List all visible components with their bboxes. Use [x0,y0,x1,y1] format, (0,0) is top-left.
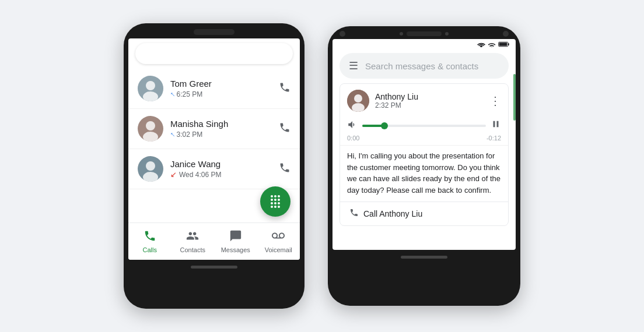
nav-messages[interactable]: Messages [214,223,257,260]
audio-time-row: 0:00 -0:12 [340,135,508,145]
outgoing-arrow-tom: ↑ [168,90,177,98]
dialpad-fab[interactable] [260,186,290,217]
call-time-tom: ↑ 6:25 PM [170,90,272,98]
right-phone-screen: ☰ Search messages & contacts Antho [332,39,516,250]
nav-voicemail[interactable]: Voicemail [257,223,300,260]
call-info-janice: Janice Wang ↙ Wed 4:06 PM [170,159,272,179]
sensor-right [445,32,449,36]
avatar-janice [138,156,163,182]
camera-right [503,31,509,37]
wifi-icon [477,41,485,47]
voicemail-nav-icon [272,229,285,245]
volume-icon[interactable] [347,119,358,132]
speaker-right-phone [407,31,442,36]
home-bar-left [191,266,237,269]
left-phone: Tom Greer ↑ 6:25 PM [124,23,304,309]
right-phone-top [328,26,520,39]
right-status-bar [332,39,516,48]
camera-front [340,31,345,37]
audio-progress-bar[interactable] [362,125,486,127]
missed-arrow-janice: ↙ [170,170,177,179]
battery-icon [498,41,510,47]
voicemail-nav-label: Voicemail [265,246,292,253]
right-phone: ☰ Search messages & contacts Antho [328,26,520,306]
voicemail-header: Anthony Liu 2:32 PM ⋮ [340,84,508,115]
svg-point-7 [146,161,155,171]
search-bar-container: ☰ Search messages & contacts [332,48,516,83]
avatar-manisha-img [138,116,163,142]
svg-rect-11 [499,43,508,46]
signal-icon [488,41,496,47]
call-time-manisha: ↑ 3:02 PM [170,130,272,139]
nav-calls[interactable]: Calls [128,223,172,260]
right-phone-bottom [328,250,520,267]
call-phone-icon-janice[interactable] [279,162,290,176]
calls-list: Tom Greer ↑ 6:25 PM [128,69,300,189]
messages-nav-icon [229,229,242,245]
avatar-manisha [138,116,163,142]
call-name-tom: Tom Greer [170,79,272,89]
avatar-tom [138,76,163,101]
more-options-button[interactable]: ⋮ [489,94,501,108]
vm-avatar [347,90,369,112]
call-item-tom[interactable]: Tom Greer ↑ 6:25 PM [128,69,300,109]
pause-button[interactable] [491,119,501,132]
transcript-text: Hi, I'm calling you about the presentati… [340,145,508,202]
call-time-janice: ↙ Wed 4:06 PM [170,170,272,179]
callback-label: Call Anthony Liu [363,209,422,218]
hamburger-icon[interactable]: ☰ [349,59,358,72]
progress-dot [381,122,388,129]
scrollbar [513,74,516,121]
vm-name-time: Anthony Liu 2:32 PM [375,92,484,110]
audio-total-time: -0:12 [487,135,501,142]
call-info-tom: Tom Greer ↑ 6:25 PM [170,79,272,98]
call-info-manisha: Manisha Singh ↑ 3:02 PM [170,119,272,139]
call-phone-icon-tom[interactable] [279,82,290,96]
callback-button[interactable]: Call Anthony Liu [340,202,508,225]
avatar-tom-img [138,76,163,101]
call-item-manisha[interactable]: Manisha Singh ↑ 3:02 PM [128,109,300,149]
audio-current-time: 0:00 [347,135,359,142]
audio-player [340,115,508,135]
svg-point-13 [354,94,362,103]
messages-nav-label: Messages [221,246,250,253]
voicemail-card: Anthony Liu 2:32 PM ⋮ [340,83,509,226]
top-sensors [400,31,449,36]
dialpad-icon [268,195,282,209]
vm-contact-name: Anthony Liu [375,92,484,101]
avatar-janice-img [138,156,163,182]
vm-avatar-img [347,90,369,112]
contacts-nav-icon [186,229,199,245]
calls-nav-label: Calls [143,246,157,253]
call-phone-icon-manisha[interactable] [279,122,290,136]
contacts-nav-label: Contacts [180,246,205,253]
left-phone-bottom [124,260,304,277]
right-search-bar[interactable]: ☰ Search messages & contacts [340,53,509,79]
call-item-janice[interactable]: Janice Wang ↙ Wed 4:06 PM [128,149,300,189]
callback-phone-icon [349,208,359,220]
call-name-manisha: Manisha Singh [170,119,272,129]
sensor-left [400,32,403,36]
svg-point-4 [146,121,155,130]
nav-contacts[interactable]: Contacts [172,223,215,260]
svg-rect-10 [508,43,509,45]
search-placeholder: Search messages & contacts [365,61,478,71]
calls-nav-icon [144,229,156,245]
call-name-janice: Janice Wang [170,159,272,169]
home-bar-right [401,256,447,259]
left-phone-screen: Tom Greer ↑ 6:25 PM [128,38,300,260]
left-phone-top [124,23,304,38]
progress-bar-fill [362,125,384,127]
speaker-grill [194,29,235,35]
outgoing-arrow-manisha: ↑ [168,130,177,139]
bottom-nav: Calls Contacts Messages [128,222,300,260]
phones-container: Tom Greer ↑ 6:25 PM [124,23,520,309]
svg-point-1 [146,81,155,90]
vm-contact-time: 2:32 PM [375,101,484,110]
left-search-bar[interactable] [135,43,293,64]
